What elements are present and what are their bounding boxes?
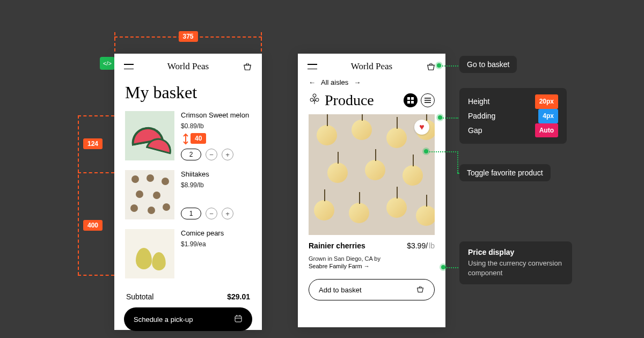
calendar-icon <box>234 314 243 325</box>
qty-spec-badge: 40 <box>191 133 206 144</box>
page-title: My basket <box>114 76 262 111</box>
increment-button[interactable]: + <box>222 208 233 219</box>
list-view-button[interactable] <box>421 93 435 107</box>
list-height-guide <box>78 115 79 275</box>
cart-item: Crimson Sweet melon $0.89/lb 40 2 − + <box>114 111 262 170</box>
code-icon[interactable]: </> <box>100 57 115 70</box>
chip-height: 20px <box>535 94 558 109</box>
svg-rect-6 <box>407 101 410 104</box>
svg-rect-0 <box>235 316 241 322</box>
tooltip-go-basket: Go to basket <box>459 56 517 73</box>
item-name: Crimson Sweet melon <box>181 111 251 119</box>
item-name: Shiitakes <box>181 170 251 178</box>
callout-connector <box>440 65 458 67</box>
width-measure: 375 <box>114 29 262 50</box>
schedule-pickup-button[interactable]: Schedule a pick-up <box>124 307 252 331</box>
breadcrumb: ← All aisles → <box>298 76 445 91</box>
svg-rect-5 <box>411 97 414 100</box>
svg-point-1 <box>313 94 316 97</box>
favorite-button[interactable]: ♥ <box>414 120 429 135</box>
product-thumb[interactable] <box>125 170 174 219</box>
callout-connector <box>441 117 458 119</box>
product-name: Rainier cherries <box>309 241 365 250</box>
grid-view-button[interactable] <box>404 93 418 107</box>
decrement-button[interactable]: − <box>206 208 217 219</box>
increment-button[interactable]: + <box>222 149 233 160</box>
row-height-badge: 124 <box>83 138 103 149</box>
svg-rect-7 <box>411 101 414 104</box>
chip-gap: Auto <box>535 123 558 138</box>
cart-item: Shiitakes $8.99/lb 1 − + <box>114 170 262 229</box>
grown-in: Grown in San Diego, CA by <box>298 252 445 263</box>
product-thumb[interactable] <box>125 111 174 160</box>
back-arrow-icon[interactable]: ← <box>309 78 316 86</box>
width-badge: 375 <box>178 31 197 42</box>
crumb-label[interactable]: All aisles <box>321 78 348 86</box>
basket-icon[interactable] <box>243 62 252 71</box>
brand-title: World Peas <box>167 61 209 72</box>
subtotal-value: $29.01 <box>227 292 250 301</box>
basket-icon[interactable] <box>426 62 436 71</box>
brand-title: World Peas <box>351 61 392 72</box>
item-price: $1.99/ea <box>181 240 251 248</box>
heart-icon: ♥ <box>419 122 425 132</box>
product-thumb[interactable] <box>125 229 174 278</box>
cart-item: Comice pears $1.99/ea <box>114 229 262 288</box>
tooltip-toggle-fav: Toggle favorite product <box>459 164 551 181</box>
item-price: $8.99/lb <box>181 181 251 189</box>
plant-icon <box>309 92 320 109</box>
spec-panel: Height20px Padding4px GapAuto <box>459 88 567 144</box>
list-height-badge: 400 <box>83 220 103 231</box>
menu-icon[interactable] <box>124 64 134 69</box>
section-title: Produce <box>309 92 374 109</box>
item-price: $0.89/lb <box>181 122 251 130</box>
product-price: $3.99/lb <box>407 241 435 250</box>
callout-connector <box>444 267 458 268</box>
decrement-button[interactable]: − <box>206 149 217 160</box>
product-image[interactable]: ♥ <box>309 114 435 235</box>
basket-icon <box>416 285 425 295</box>
qty-value[interactable]: 1 <box>181 208 201 219</box>
tooltip-price: Price display Using the currency convers… <box>459 241 572 284</box>
svg-rect-4 <box>407 97 410 100</box>
subtotal-label: Subtotal <box>126 292 153 301</box>
forward-arrow-icon[interactable]: → <box>354 78 361 86</box>
height-arrow-icon <box>182 133 189 145</box>
produce-screen: World Peas ← All aisles → Produce ♥ R <box>298 54 445 327</box>
basket-screen: World Peas My basket Crimson Sweet melon… <box>114 54 262 330</box>
item-name: Comice pears <box>181 229 251 237</box>
chip-padding: 4px <box>538 109 558 123</box>
farm-link[interactable]: Seabre Family Farm → <box>298 263 445 276</box>
qty-value[interactable]: 2 <box>181 149 201 160</box>
menu-icon[interactable] <box>308 64 317 69</box>
add-to-basket-button[interactable]: Add to basket <box>309 279 435 300</box>
